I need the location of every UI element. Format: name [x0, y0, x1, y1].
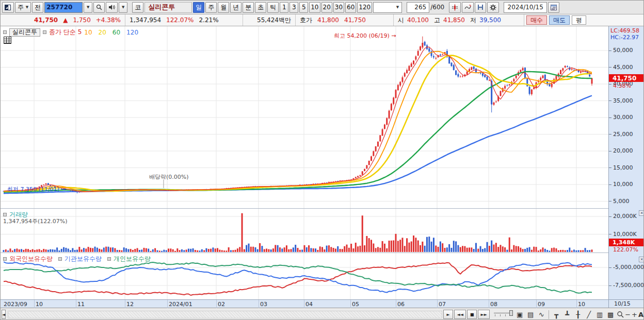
magnifier-button[interactable] — [617, 310, 624, 319]
open-label: 시 — [398, 16, 404, 25]
holdings-legend-외국인보유수량: 외국인보유수량 — [9, 255, 53, 263]
legend-checkbox-icon[interactable] — [3, 257, 7, 261]
current-volume-marker: 1,348K — [609, 239, 644, 246]
play-button[interactable]: ► — [443, 310, 453, 319]
trend-pattern-button[interactable]: ∿ — [536, 310, 546, 319]
hoga-cell: 호가 41,800 41,750 — [296, 14, 394, 26]
zoom-out-button[interactable]: − — [625, 310, 631, 319]
hc-value: HC:-22.97 — [610, 34, 639, 41]
minute-button-3[interactable]: 3 — [289, 2, 298, 13]
timeframe-button-주[interactable]: 주 — [205, 2, 217, 13]
stop-button[interactable]: ■ — [467, 310, 477, 319]
minute-button-30[interactable]: 30 — [333, 2, 344, 13]
price-tool-button[interactable] — [449, 2, 461, 13]
axis-tick — [609, 117, 611, 118]
minute-button-5[interactable]: 5 — [299, 2, 308, 13]
date-axis-separator — [167, 300, 168, 308]
date-axis-label: 07 — [439, 301, 446, 308]
holdings-axis-label: -7,500,000 — [613, 282, 644, 289]
minute-button-60[interactable]: 60 — [345, 2, 356, 13]
avg-button[interactable]: 평 — [572, 15, 586, 25]
interval-dropdown[interactable]: ▼ — [373, 2, 402, 13]
font-tool-button[interactable]: A — [638, 310, 643, 319]
minute-button-120[interactable]: 120 — [357, 2, 372, 13]
high-price: 41,850 — [443, 16, 465, 24]
chevron-down-icon: ▼ — [26, 5, 28, 9]
line-tool-button[interactable] — [462, 2, 474, 13]
sound-dropdown-button[interactable]: ▼ — [119, 2, 127, 13]
timeframe-button-틱[interactable]: 틱 — [267, 2, 279, 13]
legend-checkbox-icon[interactable] — [43, 30, 46, 34]
date-axis-label: 2024/01 — [169, 301, 192, 308]
compare-add-button[interactable]: ▣ — [514, 310, 525, 319]
timeframe-button-년[interactable]: 년 — [230, 2, 242, 13]
timeframe-button-분[interactable]: 분 — [243, 2, 254, 13]
close-volume-pane-icon[interactable]: ✕ — [639, 210, 644, 216]
tool-cross-button[interactable]: ╂ — [573, 310, 583, 319]
minute-button-10[interactable]: 10 — [309, 2, 320, 13]
fast-forward-button[interactable]: ►► — [478, 310, 490, 319]
volume-axis-label: 20,000K — [613, 213, 637, 220]
save-image-button[interactable]: ▩ — [605, 310, 616, 319]
legend-checkbox-icon[interactable] — [3, 213, 7, 216]
scroll-left-button[interactable]: ◄ — [2, 310, 6, 319]
timeframe-button-초[interactable]: 초 — [255, 2, 266, 13]
prev-stock-button[interactable]: 전 — [32, 2, 43, 13]
timeframe-group: 일주월년분초틱 — [193, 2, 279, 13]
chart-canvas[interactable] — [1, 26, 644, 308]
chart-scrollbar[interactable] — [8, 311, 442, 318]
search-button[interactable] — [93, 2, 105, 13]
chart-style-button[interactable]: ▥ — [594, 310, 605, 319]
date-box[interactable]: 2024/10/15 — [504, 2, 547, 13]
axis-tick — [609, 50, 611, 51]
sell-button[interactable]: 매도 — [549, 15, 570, 25]
axis-tick — [609, 267, 611, 268]
rewind-button[interactable]: ◄◄ — [454, 310, 466, 319]
compare-button[interactable]: ▤ — [525, 310, 536, 319]
minute-button-1[interactable]: 1 — [280, 2, 288, 13]
date-axis-separator — [34, 300, 35, 308]
chart-window-icon[interactable] — [2, 2, 14, 13]
speaker-icon — [108, 4, 115, 10]
date-axis-label: 10 — [578, 301, 585, 308]
save-button[interactable] — [475, 2, 486, 13]
minute-group: 13510203060120 — [280, 2, 372, 13]
axis-tick — [609, 67, 611, 68]
zoom-slider[interactable] — [494, 310, 510, 319]
close-holdings-pane-icon[interactable]: ✕ — [639, 257, 644, 262]
legend-checkbox-icon[interactable] — [107, 257, 111, 261]
hoga-label: 호가 — [300, 16, 312, 25]
buy-button[interactable]: 매수 — [526, 15, 547, 25]
ohl-cell: 시 40,100 고 41,850 저 39,500 — [394, 14, 524, 26]
timeframe-button-일[interactable]: 일 — [193, 2, 204, 13]
grid-toggle-icon[interactable] — [4, 37, 11, 44]
price-change-pct: +4.38% — [96, 16, 121, 24]
price-axis-label: 30,000 — [613, 114, 633, 121]
date-axis: 2023/091011122024/01020304050607080910 — [1, 299, 608, 308]
date-axis-separator — [576, 300, 577, 308]
legend-checkbox-icon[interactable] — [58, 257, 62, 261]
tool-support-button[interactable]: ┻ — [562, 310, 572, 319]
price-axis-panel: LC:469.58 HC:-22.97 ✕ ✕ 50,00045,00040,0… — [608, 26, 644, 299]
tool-resistance-button[interactable]: ┳ — [551, 310, 561, 319]
tool-trendline-button[interactable]: ╱ — [584, 310, 594, 319]
chevron-down-icon: ▼ — [396, 5, 399, 9]
holdings-legend-기관보유수량: 기관보유수량 — [65, 255, 102, 263]
minute-button-20[interactable]: 20 — [321, 2, 332, 13]
price-axis-label: 15,000 — [613, 164, 633, 171]
stock-code-input[interactable] — [44, 2, 83, 13]
timeframe-button-월[interactable]: 월 — [218, 2, 229, 13]
bar-count-box[interactable]: 265 — [407, 2, 429, 13]
calendar-button[interactable] — [548, 2, 559, 13]
period-dropdown[interactable]: 주 ▼ — [15, 2, 31, 13]
settings-button[interactable] — [487, 2, 499, 13]
zoom-in-button[interactable]: + — [632, 310, 637, 319]
slider-thumb[interactable] — [509, 310, 513, 316]
axis-tick — [609, 234, 611, 234]
legend-stock-name[interactable]: 실리콘투 — [9, 28, 40, 37]
low-price: 39,500 — [479, 16, 501, 24]
legend-checkbox-icon[interactable] — [3, 30, 7, 34]
code-dropdown-button[interactable]: ▼ — [84, 2, 92, 13]
sound-button[interactable] — [106, 2, 118, 13]
code-toggle-button[interactable]: 코 — [132, 2, 143, 13]
